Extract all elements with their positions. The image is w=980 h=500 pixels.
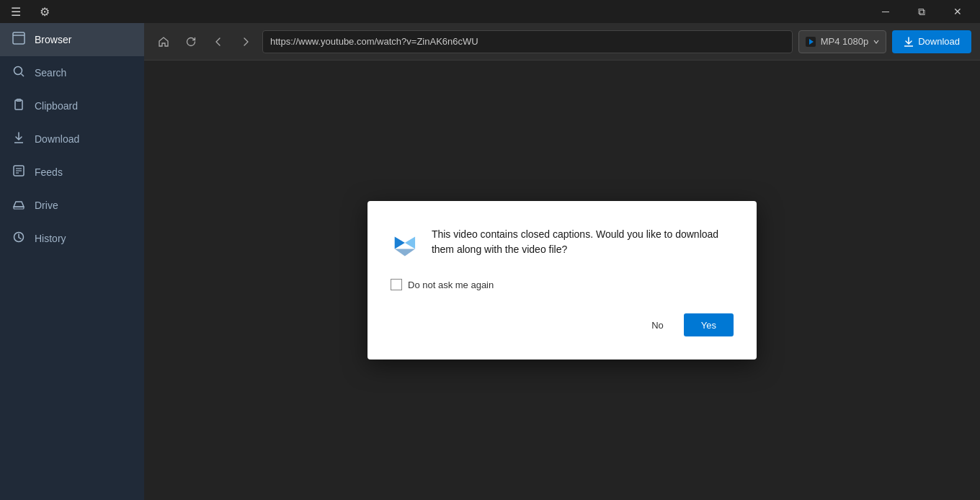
download-button[interactable]: Download (892, 30, 971, 53)
yes-button[interactable]: Yes (684, 313, 734, 336)
modal-header: This video contains closed captions. Wou… (391, 224, 734, 262)
format-selector[interactable]: MP4 1080p (798, 30, 887, 53)
do-not-ask-label: Do not ask me again (408, 280, 494, 290)
back-button[interactable] (208, 31, 229, 53)
sidebar-item-feeds[interactable]: Feeds (0, 156, 144, 189)
sidebar-item-drive-label: Drive (35, 200, 58, 211)
settings-icon[interactable]: ⚙ (35, 1, 55, 22)
close-button[interactable]: ✕ (941, 0, 974, 23)
no-button[interactable]: No (637, 313, 678, 336)
url-input[interactable] (262, 30, 793, 53)
window-controls: ─ ⧉ ✕ (869, 0, 974, 23)
minimize-button[interactable]: ─ (869, 0, 902, 23)
sidebar-item-clipboard-label: Clipboard (35, 100, 78, 112)
modal-actions: No Yes (391, 313, 734, 336)
modal-checkbox-row: Do not ask me again (391, 279, 734, 290)
sidebar-item-browser-label: Browser (35, 34, 71, 45)
history-icon (12, 231, 26, 246)
title-bar-left: ☰ ⚙ (6, 1, 55, 22)
sidebar-item-search-label: Search (35, 67, 66, 79)
main-container: Browser Search Clipboard (0, 23, 980, 500)
browser-icon (12, 32, 26, 48)
browser-toolbar: MP4 1080p Download (144, 23, 980, 61)
app-logo-icon (391, 224, 417, 262)
svg-rect-0 (13, 32, 24, 44)
sidebar-item-download[interactable]: Download (0, 122, 144, 156)
sidebar-item-feeds-label: Feeds (35, 166, 63, 178)
svg-rect-11 (14, 207, 24, 209)
sidebar-item-download-label: Download (35, 133, 79, 145)
sidebar: Browser Search Clipboard (0, 23, 144, 500)
refresh-button[interactable] (180, 31, 202, 53)
clipboard-icon (12, 98, 26, 114)
drive-icon (12, 197, 26, 213)
modal-overlay: This video contains closed captions. Wou… (144, 61, 980, 500)
do-not-ask-checkbox[interactable] (391, 279, 402, 290)
sidebar-item-clipboard[interactable]: Clipboard (0, 89, 144, 122)
download-btn-label: Download (918, 36, 960, 47)
captions-dialog: This video contains closed captions. Wou… (368, 201, 757, 360)
svg-marker-16 (395, 236, 405, 249)
svg-marker-17 (405, 236, 415, 249)
sidebar-item-history-label: History (35, 233, 66, 244)
sidebar-item-history[interactable]: History (0, 222, 144, 255)
sidebar-item-browser[interactable]: Browser (0, 23, 144, 56)
maximize-button[interactable]: ⧉ (905, 0, 938, 23)
forward-button[interactable] (235, 31, 257, 53)
content-area: MP4 1080p Download (144, 23, 980, 500)
title-bar: ☰ ⚙ ─ ⧉ ✕ (0, 0, 980, 23)
feeds-icon (12, 164, 26, 180)
download-icon (12, 131, 26, 147)
svg-line-3 (22, 74, 24, 77)
modal-message: This video contains closed captions. Wou… (432, 224, 734, 257)
home-button[interactable] (153, 31, 174, 53)
sidebar-item-drive[interactable]: Drive (0, 189, 144, 222)
hamburger-menu-icon[interactable]: ☰ (6, 1, 26, 22)
svg-marker-18 (395, 249, 415, 256)
format-label: MP4 1080p (821, 36, 869, 47)
sidebar-item-search[interactable]: Search (0, 56, 144, 89)
search-icon (12, 65, 26, 81)
browser-content: This video contains closed captions. Wou… (144, 61, 980, 500)
svg-point-2 (14, 67, 22, 75)
